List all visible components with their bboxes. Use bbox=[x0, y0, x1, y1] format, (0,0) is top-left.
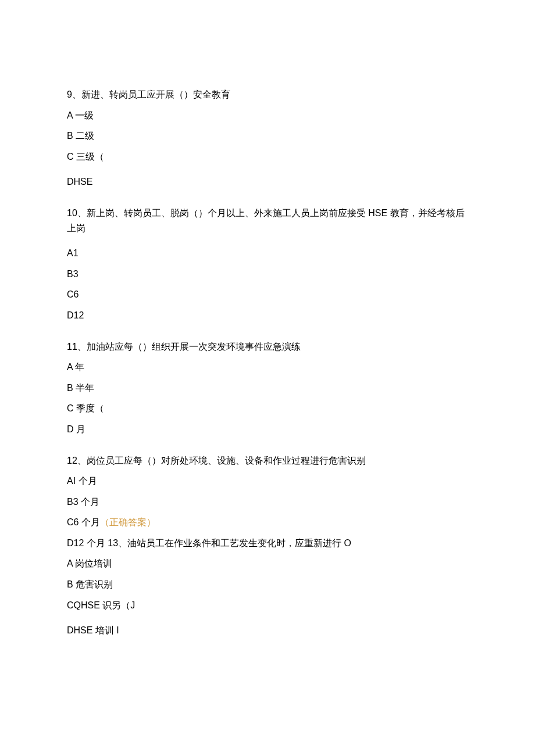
question-13-option-c: CQHSE 识另（J bbox=[67, 598, 468, 613]
question-9-option-c: C 三级（ bbox=[67, 149, 468, 164]
question-9-text: 9、新进、转岗员工应开展（）安全教育 bbox=[67, 87, 468, 102]
question-11: 11、加油站应每（）组织开展一次突发环境事件应急演练 A 年 B 半年 C 季度… bbox=[67, 339, 468, 437]
question-9-option-d: DHSE bbox=[67, 174, 468, 189]
question-12: 12、岗位员工应每（）对所处环境、设施、设备和作业过程进行危害识别 AI 个月 … bbox=[67, 453, 468, 638]
question-13-option-d: DHSE 培训 I bbox=[67, 623, 468, 638]
question-12-option-a: AI 个月 bbox=[67, 474, 468, 489]
question-10: 10、新上岗、转岗员工、脱岗（）个月以上、外来施工人员上岗前应接受 HSE 教育… bbox=[67, 206, 468, 323]
question-11-text: 11、加油站应每（）组织开展一次突发环境事件应急演练 bbox=[67, 339, 468, 354]
question-12-option-c-text: C6 个月 bbox=[67, 517, 100, 527]
question-11-option-d: D 月 bbox=[67, 422, 468, 437]
question-12-text: 12、岗位员工应每（）对所处环境、设施、设备和作业过程进行危害识别 bbox=[67, 453, 468, 468]
question-9: 9、新进、转岗员工应开展（）安全教育 A 一级 B 二级 C 三级（ DHSE bbox=[67, 87, 468, 189]
question-9-option-b: B 二级 bbox=[67, 128, 468, 144]
question-10-text: 10、新上岗、转岗员工、脱岗（）个月以上、外来施工人员上岗前应接受 HSE 教育… bbox=[67, 206, 468, 235]
question-9-option-a: A 一级 bbox=[67, 108, 468, 123]
question-12-option-d-and-13: D12 个月 13、油站员工在作业条件和工艺发生变化时，应重新进行 O bbox=[67, 536, 468, 551]
question-11-option-b: B 半年 bbox=[67, 381, 468, 396]
question-11-option-c: C 季度（ bbox=[67, 401, 468, 416]
question-13-option-b: B 危害识别 bbox=[67, 577, 468, 592]
question-10-option-d: D12 bbox=[67, 308, 468, 323]
question-10-option-c: C6 bbox=[67, 287, 468, 302]
question-12-option-b: B3 个月 bbox=[67, 495, 468, 510]
question-10-option-a: A1 bbox=[67, 246, 468, 261]
question-10-option-b: B3 bbox=[67, 267, 468, 282]
question-11-option-a: A 年 bbox=[67, 360, 468, 375]
correct-answer-label: （正确答案） bbox=[100, 517, 156, 527]
question-12-option-c: C6 个月（正确答案） bbox=[67, 515, 468, 530]
question-13-option-a: A 岗位培训 bbox=[67, 556, 468, 571]
